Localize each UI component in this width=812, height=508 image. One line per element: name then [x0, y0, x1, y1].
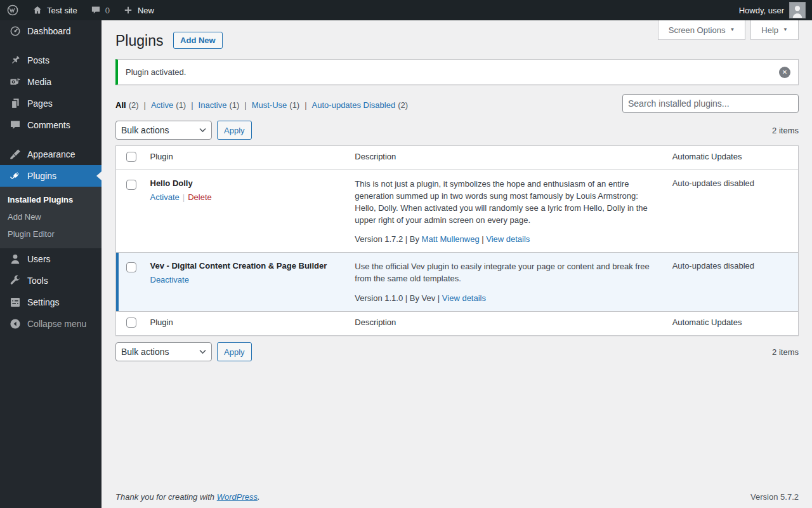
collapse-arrow-icon: [9, 318, 22, 330]
notice-message: Plugin activated.: [126, 67, 773, 77]
column-header-auto-updates: Automatic Updates: [666, 312, 799, 336]
wordpress-logo-icon: [6, 4, 19, 17]
dismiss-notice-button[interactable]: ✕: [779, 67, 790, 78]
close-icon: ✕: [782, 69, 787, 76]
screen-options-button[interactable]: Screen Options ▼: [658, 20, 746, 40]
sidebar-item-media[interactable]: Media: [0, 71, 102, 93]
comments-link[interactable]: 0: [84, 0, 116, 20]
activation-notice: Plugin activated. ✕: [115, 59, 799, 85]
sidebar-item-label: Pages: [27, 98, 53, 109]
sidebar-item-label: Comments: [27, 120, 70, 130]
plugin-meta: Version 1.1.0 | By Vev | View details: [355, 293, 659, 303]
filter-separator: |: [304, 100, 306, 110]
table-footer-row: Plugin Description Automatic Updates: [116, 312, 799, 336]
sidebar-item-pages[interactable]: Pages: [0, 93, 102, 114]
submenu-add-new[interactable]: Add New: [0, 208, 102, 225]
view-details-link[interactable]: View details: [442, 293, 486, 303]
bulk-actions-select[interactable]: Bulk actions: [115, 342, 212, 361]
sidebar-item-label: Plugins: [27, 171, 56, 181]
sidebar-item-plugins[interactable]: Plugins: [0, 165, 102, 187]
site-name-link[interactable]: Test site: [25, 0, 84, 20]
settings-icon: [9, 296, 22, 309]
plugin-description: Use the official Vev plugin to easily in…: [355, 261, 659, 285]
collapse-menu-button[interactable]: Collapse menu: [0, 313, 102, 335]
items-count: 2 items: [772, 347, 799, 357]
table-row-hello-dolly: Hello Dolly Activate|Delete This is not …: [116, 170, 799, 253]
comments-count: 0: [105, 6, 110, 15]
sidebar-item-tools[interactable]: Tools: [0, 270, 102, 291]
sidebar: Dashboard Posts Media Pages Comments App…: [0, 20, 102, 508]
filter-must-use[interactable]: Must-Use(1): [252, 100, 300, 110]
submenu-plugin-editor[interactable]: Plugin Editor: [0, 225, 102, 243]
plugins-table: Plugin Description Automatic Updates Hel…: [115, 145, 799, 336]
submenu-installed-plugins[interactable]: Installed Plugins: [0, 191, 102, 208]
paintbrush-icon: [9, 148, 22, 161]
new-content-link[interactable]: New: [116, 0, 160, 20]
sidebar-item-appearance[interactable]: Appearance: [0, 144, 102, 165]
tablenav-bottom: Bulk actions Apply 2 items: [115, 342, 799, 361]
sidebar-item-comments[interactable]: Comments: [0, 114, 102, 136]
filter-separator: |: [244, 100, 246, 110]
delete-link[interactable]: Delete: [188, 192, 212, 202]
apply-button[interactable]: Apply: [217, 342, 252, 361]
column-header-description: Description: [348, 312, 665, 336]
column-header-description: Description: [348, 146, 665, 170]
filter-auto-updates-disabled[interactable]: Auto-updates Disabled(2): [312, 100, 408, 110]
filter-all[interactable]: All(2): [115, 100, 139, 110]
sidebar-item-label: Media: [27, 77, 51, 87]
admin-bar-left: Test site 0 New: [0, 0, 160, 20]
page-wrap: Plugins Add New Plugin activated. ✕ All(…: [102, 20, 812, 361]
row-actions: Deactivate: [150, 275, 343, 284]
table-header-row: Plugin Description Automatic Updates: [116, 146, 799, 170]
search-input[interactable]: [622, 94, 799, 113]
help-button[interactable]: Help ▼: [750, 20, 799, 40]
media-icon: [9, 76, 22, 88]
new-label: New: [138, 6, 154, 15]
chevron-down-icon: ▼: [730, 27, 735, 32]
tablenav-top: Bulk actions Apply 2 items: [115, 121, 799, 140]
activate-link[interactable]: Activate: [150, 192, 180, 202]
menu-separator: [0, 136, 102, 144]
filter-separator: |: [144, 100, 146, 110]
site-name-label: Test site: [47, 6, 77, 15]
wordpress-link[interactable]: WordPress: [217, 492, 258, 502]
row-checkbox[interactable]: [126, 180, 136, 190]
footer-version: Version 5.7.2: [750, 492, 799, 502]
my-account-link[interactable]: Howdy, user: [733, 0, 812, 20]
wordpress-logo[interactable]: [0, 0, 25, 20]
screen-options-label: Screen Options: [669, 25, 726, 35]
wrench-icon: [9, 274, 22, 287]
view-details-link[interactable]: View details: [486, 234, 530, 244]
sidebar-item-users[interactable]: Users: [0, 248, 102, 270]
chevron-down-icon: ▼: [783, 27, 788, 32]
row-actions: Activate|Delete: [150, 192, 343, 202]
plugin-title: Hello Dolly: [150, 178, 343, 188]
sidebar-item-posts[interactable]: Posts: [0, 50, 102, 71]
admin-bar: Test site 0 New Howdy, user: [0, 0, 812, 20]
row-checkbox[interactable]: [126, 262, 136, 272]
plus-icon: [122, 4, 134, 16]
home-icon: [32, 4, 43, 16]
author-link[interactable]: Matt Mullenweg: [422, 234, 480, 244]
sidebar-item-dashboard[interactable]: Dashboard: [0, 20, 102, 42]
filter-active[interactable]: Active(1): [151, 100, 186, 110]
auto-updates-status: Auto-updates disabled: [666, 253, 799, 312]
select-all-checkbox[interactable]: [126, 152, 136, 162]
filter-inactive[interactable]: Inactive(1): [199, 100, 240, 110]
apply-button[interactable]: Apply: [217, 121, 252, 140]
comments-icon: [9, 119, 22, 131]
deactivate-link[interactable]: Deactivate: [150, 275, 189, 284]
users-icon: [9, 253, 22, 265]
select-all-checkbox[interactable]: [126, 318, 136, 328]
sidebar-item-label: Posts: [27, 55, 49, 65]
sidebar-item-label: Collapse menu: [27, 319, 86, 329]
action-separator: |: [183, 192, 185, 202]
sidebar-item-label: Settings: [27, 297, 60, 307]
screen-meta-links: Screen Options ▼ Help ▼: [658, 20, 799, 40]
footer-thanks: Thank you for creating with WordPress.: [115, 492, 260, 502]
sidebar-item-label: Dashboard: [27, 26, 71, 36]
sidebar-item-settings[interactable]: Settings: [0, 291, 102, 313]
bulk-actions-select[interactable]: Bulk actions: [115, 121, 212, 140]
add-new-button[interactable]: Add New: [173, 32, 223, 49]
bulk-actions-select-wrap: Bulk actions: [115, 121, 212, 140]
